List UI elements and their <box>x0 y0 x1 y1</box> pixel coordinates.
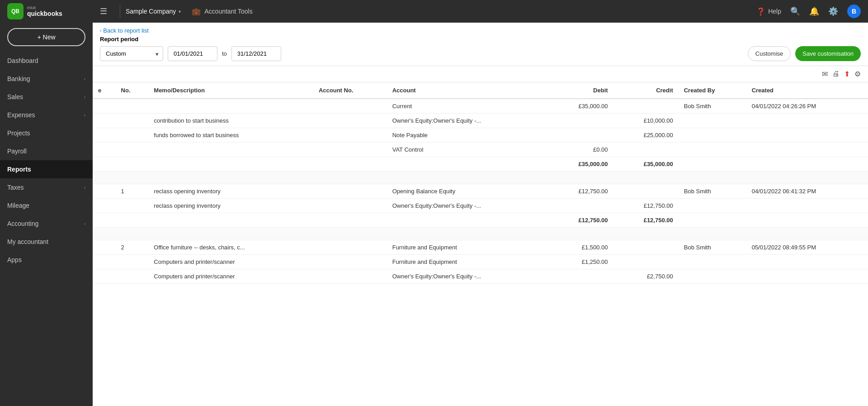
table-area: ✉ 🖨 ⬆ ⚙ e No. Memo/Description Account N… <box>93 66 868 406</box>
table-spacer-row <box>93 228 868 240</box>
cell-account: Owner's Equity:Owner's Equity -... <box>387 199 548 213</box>
table-row[interactable]: 1 reclass opening inventory Opening Bala… <box>93 184 868 199</box>
cell-debit <box>548 114 613 128</box>
cell-debit <box>548 128 613 143</box>
cell-type <box>93 269 116 284</box>
cell-account-no <box>313 199 387 213</box>
cell-account: Opening Balance Equity <box>387 184 548 199</box>
print-icon[interactable]: 🖨 <box>832 70 840 78</box>
cell-credit: £25,000.00 <box>613 128 679 143</box>
cell-memo: Computers and printer/scanner <box>148 255 313 269</box>
cell-account-no <box>313 114 387 128</box>
cell-debit-total: £35,000.00 <box>548 157 613 172</box>
controls-row: Custom Today This Week This Month This Q… <box>100 46 861 61</box>
cell-account-no <box>313 184 387 199</box>
email-icon[interactable]: ✉ <box>822 70 828 78</box>
cell-account: VAT Control <box>387 143 548 157</box>
col-account: Account <box>387 82 548 99</box>
help-button[interactable]: ❓ Help <box>756 7 781 16</box>
company-selector[interactable]: Sample Company ▾ <box>126 8 181 15</box>
sidebar-item-mileage[interactable]: Mileage <box>0 196 93 215</box>
sidebar-item-banking[interactable]: Banking › <box>0 70 93 88</box>
sidebar-item-my-accountant[interactable]: My accountant <box>0 233 93 251</box>
table-row[interactable]: Computers and printer/scanner Furniture … <box>93 255 868 269</box>
taxes-chevron-icon: › <box>84 185 85 190</box>
avatar[interactable]: B <box>847 5 861 18</box>
cell-credit <box>613 184 679 199</box>
hamburger-button[interactable]: ☰ <box>100 6 107 16</box>
cell-no: 1 <box>116 184 149 199</box>
cell-account-no <box>313 143 387 157</box>
cell-created <box>746 199 868 213</box>
settings-report-icon[interactable]: ⚙ <box>854 70 861 78</box>
table-row[interactable]: VAT Control £0.00 <box>93 143 868 157</box>
table-spacer-row <box>93 172 868 184</box>
spacer-cell <box>93 228 868 240</box>
table-row[interactable]: funds borrowed to start business Note Pa… <box>93 128 868 143</box>
sidebar-item-dashboard[interactable]: Dashboard <box>0 52 93 70</box>
cell-created-by: Bob Smith <box>679 240 746 255</box>
back-to-report-list-link[interactable]: ‹ Back to report list <box>100 27 861 34</box>
sidebar-item-sales[interactable]: Sales › <box>0 88 93 106</box>
report-period-label: Report period <box>100 36 861 43</box>
cell-memo: Computers and printer/scanner <box>148 269 313 284</box>
cell-no <box>116 213 149 228</box>
sidebar-item-expenses[interactable]: Expenses › <box>0 106 93 124</box>
notification-icon[interactable]: 🔔 <box>809 6 819 16</box>
date-to-input[interactable] <box>231 46 281 61</box>
cell-memo <box>148 213 313 228</box>
expenses-chevron-icon: › <box>84 113 85 118</box>
table-row[interactable]: 2 Office furniture -- desks, chairs, c..… <box>93 240 868 255</box>
cell-type <box>93 184 116 199</box>
cell-memo: reclass opening inventory <box>148 199 313 213</box>
new-button[interactable]: + New <box>7 28 85 46</box>
date-from-input[interactable] <box>168 46 217 61</box>
cell-no <box>116 99 149 114</box>
table-row[interactable]: reclass opening inventory Owner's Equity… <box>93 199 868 213</box>
accountant-tools-button[interactable]: 💼 Accountant Tools <box>192 7 252 16</box>
header-right: ❓ Help 🔍 🔔 ⚙️ B <box>756 5 861 18</box>
cell-created <box>746 255 868 269</box>
cell-memo: Office furniture -- desks, chairs, c... <box>148 240 313 255</box>
col-no: No. <box>116 82 149 99</box>
sidebar-item-accounting[interactable]: Accounting › <box>0 215 93 233</box>
cell-type <box>93 255 116 269</box>
accountant-tools-label: Accountant Tools <box>204 8 252 15</box>
table-row[interactable]: Computers and printer/scanner Owner's Eq… <box>93 269 868 284</box>
customise-button[interactable]: Customise <box>748 46 791 61</box>
save-customisation-button[interactable]: Save customisation <box>795 46 861 61</box>
svg-text:QB: QB <box>11 8 19 14</box>
table-row[interactable]: Current £35,000.00 Bob Smith 04/01/2022 … <box>93 99 868 114</box>
company-chevron-icon: ▾ <box>179 9 181 14</box>
cell-created <box>746 157 868 172</box>
cell-no <box>116 199 149 213</box>
table-row[interactable]: contribution to start business Owner's E… <box>93 114 868 128</box>
sidebar-item-payroll[interactable]: Payroll <box>0 142 93 160</box>
col-debit: Debit <box>548 82 613 99</box>
cell-created <box>746 269 868 284</box>
sidebar-item-taxes[interactable]: Taxes › <box>0 178 93 196</box>
cell-account: Furniture and Equipment <box>387 240 548 255</box>
export-icon[interactable]: ⬆ <box>844 70 850 78</box>
sidebar-item-taxes-label: Taxes <box>7 184 24 191</box>
top-header: QB intuit quickbooks ☰ Sample Company ▾ … <box>0 0 868 23</box>
help-label: Help <box>768 8 781 15</box>
sidebar-item-reports[interactable]: Reports <box>0 160 93 178</box>
cell-no <box>116 114 149 128</box>
settings-icon[interactable]: ⚙️ <box>828 6 838 16</box>
col-created: Created <box>746 82 868 99</box>
col-account-no: Account No. <box>313 82 387 99</box>
search-icon[interactable]: 🔍 <box>790 6 800 16</box>
col-credit: Credit <box>613 82 679 99</box>
sidebar-item-apps[interactable]: Apps <box>0 251 93 269</box>
cell-created <box>746 213 868 228</box>
cell-type <box>93 199 116 213</box>
cell-no <box>116 143 149 157</box>
cell-created-by: Bob Smith <box>679 184 746 199</box>
content-area: ‹ Back to report list Report period Cust… <box>93 23 868 406</box>
period-select[interactable]: Custom Today This Week This Month This Q… <box>100 46 163 61</box>
sidebar-item-projects[interactable]: Projects <box>0 124 93 142</box>
cell-account-no <box>313 128 387 143</box>
cell-account: Current <box>387 99 548 114</box>
cell-created: 05/01/2022 08:49:55 PM <box>746 240 868 255</box>
